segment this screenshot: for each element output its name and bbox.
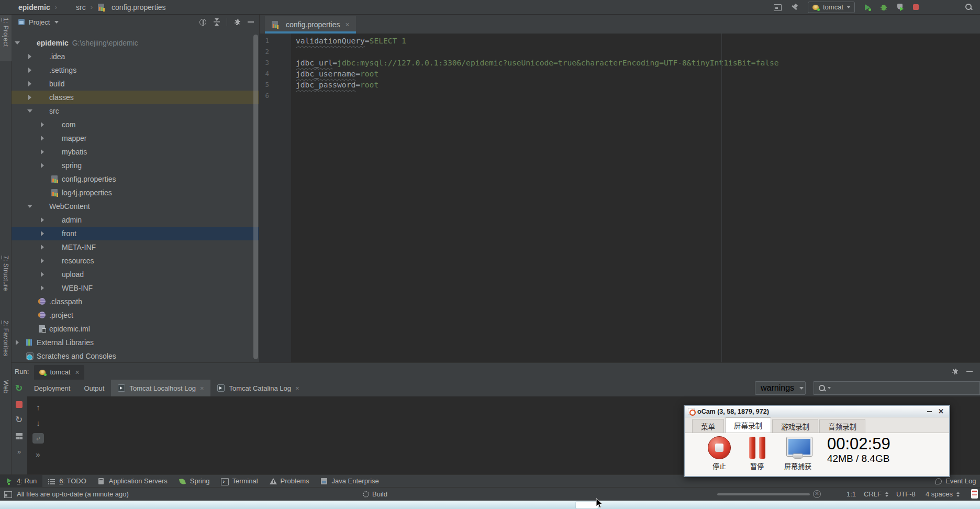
stripe-tab-web[interactable]: Web — [0, 377, 12, 408]
console-search-field[interactable] — [814, 381, 980, 395]
cancel-icon[interactable]: ✕ — [813, 490, 821, 498]
tree-expand-arrow[interactable] — [40, 245, 45, 250]
console-tab-deployment[interactable]: Deployment — [27, 380, 77, 396]
editor[interactable]: 123456 validationQuery=SELECT 1jdbc_url=… — [259, 34, 980, 362]
bottombar-item-spring[interactable]: Spring — [173, 475, 216, 487]
close-icon[interactable]: × — [200, 384, 204, 392]
bottombar-item-4-run[interactable]: 4: Run — [0, 475, 42, 487]
stripe-tab-7-structure[interactable]: 7: Structure — [0, 252, 12, 305]
tree-item-external-libraries[interactable]: External Libraries — [12, 336, 259, 349]
ocam-stop-button[interactable]: 停止 — [700, 436, 738, 471]
tree-expand-arrow[interactable] — [40, 258, 45, 263]
tree-expand-arrow[interactable] — [27, 108, 32, 114]
run-config-tab[interactable]: tomcat × — [34, 365, 84, 380]
tree-item-epidemic-iml[interactable]: epidemic.iml — [12, 322, 259, 336]
caret-position[interactable]: 1:1 — [847, 490, 856, 498]
tree-item-com[interactable]: com — [12, 118, 259, 131]
tree-item-epidemic[interactable]: epidemicG:\shejiing\epidemic — [12, 36, 259, 50]
indent-style[interactable]: 4 spaces — [926, 490, 960, 498]
tree-item-idea[interactable]: .idea — [12, 50, 259, 63]
up-stack-trace-icon[interactable]: ↑ — [32, 402, 44, 412]
ocam-capture-button[interactable]: 屏幕捕获 — [776, 436, 820, 471]
tree-item-mybatis[interactable]: mybatis — [12, 145, 259, 159]
gear-icon[interactable] — [233, 18, 241, 26]
tree-expand-arrow[interactable] — [27, 54, 32, 59]
tree-item-meta-inf[interactable]: META-INF — [12, 240, 259, 254]
bottombar-item-java-enterprise[interactable]: Java Enterprise — [315, 475, 384, 487]
file-encoding[interactable]: UTF-8 — [896, 490, 916, 498]
tree-item-config-properties[interactable]: config.properties — [12, 172, 259, 186]
tree-item-resources[interactable]: resources — [12, 254, 259, 268]
layout-icon[interactable] — [15, 432, 24, 440]
more-icon[interactable]: » — [17, 448, 21, 456]
tree-item-scratches-and-consoles[interactable]: Scratches and Consoles — [12, 349, 259, 362]
editor-tab-config-properties[interactable]: config.properties × — [265, 16, 356, 34]
minimize-icon[interactable] — [927, 411, 932, 412]
stripe-tab-2-favorites[interactable]: 2: Favorites — [0, 317, 12, 371]
bottombar-item-problems[interactable]: Problems — [264, 475, 315, 487]
tree-item-build[interactable]: build — [12, 77, 259, 91]
tree-expand-arrow[interactable] — [40, 122, 45, 127]
close-icon[interactable]: ✕ — [938, 408, 944, 415]
breadcrumb-item-epidemic[interactable]: epidemic — [4, 3, 50, 12]
breadcrumb-item-config-properties[interactable]: config.properties — [97, 3, 166, 12]
down-stack-trace-icon[interactable]: ↓ — [32, 417, 44, 428]
search-everywhere-icon[interactable] — [965, 3, 973, 11]
tree-item-classpath[interactable]: .classpath — [12, 295, 259, 308]
collapse-all-icon[interactable] — [213, 18, 220, 26]
breadcrumb-item-src[interactable]: src — [62, 3, 86, 12]
soft-wrap-icon[interactable]: ⤶ — [32, 433, 44, 444]
restart-icon[interactable]: ↻ — [15, 416, 24, 425]
ocam-tab-[interactable]: 屏幕录制 — [725, 417, 771, 433]
tree-item-project[interactable]: .project — [12, 308, 259, 322]
console-tab-output[interactable]: Output — [77, 380, 111, 396]
toolwindow-icon[interactable] — [773, 3, 782, 12]
bottombar-item-6-todo[interactable]: 6: TODO — [42, 475, 92, 487]
toolwindow-toggle-icon[interactable] — [4, 491, 12, 497]
tree-expand-arrow[interactable] — [27, 204, 32, 209]
stop-button[interactable] — [912, 4, 919, 10]
close-icon[interactable]: × — [75, 369, 79, 376]
tree-expand-arrow[interactable] — [27, 68, 32, 73]
line-separator[interactable]: CRLF — [864, 490, 888, 498]
build-hammer-icon[interactable] — [790, 3, 799, 12]
hide-panel-icon[interactable] — [248, 18, 254, 26]
run-config-combo[interactable]: tomcat — [808, 2, 855, 13]
tree-expand-arrow[interactable] — [15, 40, 20, 46]
tree-expand-arrow[interactable] — [40, 163, 45, 168]
tree-item-spring[interactable]: spring — [12, 159, 259, 172]
bottombar-item-terminal[interactable]: Terminal — [215, 475, 263, 487]
tree-item-src[interactable]: src — [12, 104, 259, 118]
gear-icon[interactable] — [951, 368, 959, 375]
log-level-combo[interactable]: warnings — [755, 381, 806, 395]
notification-icon[interactable] — [971, 489, 978, 499]
tree-item-log4j-properties[interactable]: log4j.properties — [12, 186, 259, 200]
console-tab-tomcat-catalina-log[interactable]: Tomcat Catalina Log× — [210, 380, 306, 396]
hide-panel-icon[interactable] — [966, 368, 973, 375]
tree-item-front[interactable]: front — [12, 227, 259, 240]
tree-item-web-inf[interactable]: WEB-INF — [12, 281, 259, 295]
ocam-tab-[interactable]: 菜单 — [692, 419, 724, 433]
stripe-tab-1-project[interactable]: 1: Project — [0, 15, 12, 61]
tree-item-upload[interactable]: upload — [12, 268, 259, 281]
tree-item-mapper[interactable]: mapper — [12, 131, 259, 145]
debug-button[interactable] — [880, 4, 887, 11]
tree-expand-arrow[interactable] — [40, 231, 45, 236]
ocam-pause-button[interactable]: 暂停 — [738, 436, 776, 471]
editor-code[interactable]: validationQuery=SELECT 1jdbc_url=jdbc:my… — [296, 34, 980, 362]
bottombar-item-application-servers[interactable]: Application Servers — [92, 475, 173, 487]
tree-expand-arrow[interactable] — [40, 136, 45, 141]
tree-item-classes[interactable]: classes — [12, 91, 259, 104]
close-icon[interactable]: × — [295, 384, 299, 392]
taskbar-button[interactable] — [576, 502, 598, 508]
tree-expand-arrow[interactable] — [40, 272, 45, 277]
tree-item-webcontent[interactable]: WebContent — [12, 200, 259, 213]
ocam-titlebar[interactable]: oCam (3, 58, 1879, 972) ✕ — [685, 406, 949, 417]
tree-expand-arrow[interactable] — [40, 149, 45, 154]
console-tab-tomcat-localhost-log[interactable]: Tomcat Localhost Log× — [111, 380, 210, 396]
tree-expand-arrow[interactable] — [40, 285, 45, 291]
locate-icon[interactable] — [199, 18, 207, 26]
ocam-tab-[interactable]: 音频录制 — [819, 419, 865, 433]
chevron-down-icon[interactable] — [54, 21, 59, 24]
more-icon[interactable]: » — [32, 449, 44, 459]
